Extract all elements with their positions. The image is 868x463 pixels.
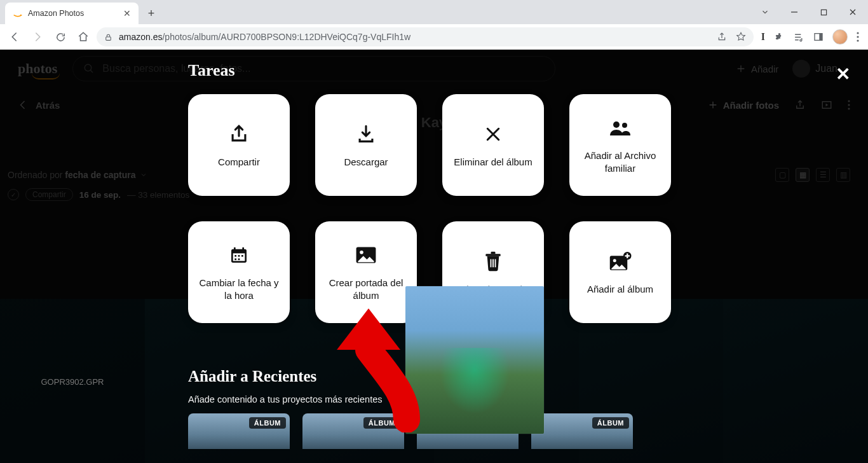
calendar-icon: [229, 242, 249, 268]
svg-rect-16: [234, 255, 236, 257]
tab-bar: Amazon Photos ✕ +: [0, 0, 868, 24]
task-download[interactable]: Descargar: [315, 94, 417, 196]
svg-point-4: [857, 32, 858, 34]
download-icon: [355, 121, 377, 147]
close-icon: [484, 121, 503, 147]
album-badge: ÁLBUM: [249, 417, 286, 429]
new-tab-button[interactable]: +: [142, 4, 160, 22]
album-badge: ÁLBUM: [592, 417, 629, 429]
svg-point-13: [622, 123, 627, 128]
svg-point-26: [613, 259, 616, 262]
recent-album[interactable]: ÁLBUM: [188, 413, 290, 449]
ext-panel-icon[interactable]: [813, 32, 824, 42]
task-remove-from-album[interactable]: Eliminar del álbum: [442, 94, 544, 196]
nav-forward-button[interactable]: [28, 27, 47, 46]
family-icon: [609, 115, 632, 141]
svg-point-22: [360, 251, 363, 254]
profile-avatar[interactable]: [832, 29, 848, 45]
svg-rect-17: [238, 255, 240, 257]
bookmark-icon[interactable]: [736, 32, 746, 42]
svg-rect-18: [241, 255, 243, 257]
recent-album[interactable]: ÁLBUM: [302, 413, 404, 449]
tab-title: Amazon Photos: [28, 9, 84, 18]
share-icon: [228, 121, 250, 147]
task-add-to-album[interactable]: Añadir al álbum: [569, 221, 671, 323]
extensions-area: I: [757, 29, 863, 45]
url-text: amazon.es/photos/album/AURD700BPSON9:L12…: [119, 32, 410, 42]
task-set-album-cover[interactable]: Crear portada del álbum: [315, 221, 417, 323]
modal-close-button[interactable]: ✕: [836, 64, 850, 85]
nav-home-button[interactable]: [74, 27, 93, 46]
svg-rect-24: [491, 252, 496, 254]
share-url-icon[interactable]: [717, 32, 727, 42]
lock-icon: [104, 33, 112, 41]
window-minimize-button[interactable]: [780, 3, 808, 22]
svg-point-12: [613, 121, 620, 128]
window-close-button[interactable]: [839, 3, 867, 22]
ext-text-icon[interactable]: I: [761, 31, 765, 43]
browser-chrome: Amazon Photos ✕ + amazon.es/photos/album…: [0, 0, 868, 50]
svg-rect-3: [819, 34, 822, 41]
ext-puzzle-icon[interactable]: [774, 32, 785, 43]
trash-icon: [484, 249, 502, 274]
image-plus-icon: [609, 249, 632, 274]
svg-rect-23: [485, 254, 500, 256]
nav-back-button[interactable]: [5, 27, 24, 46]
kebab-icon[interactable]: [857, 32, 859, 42]
svg-rect-0: [821, 10, 826, 15]
preview-photo: [405, 286, 544, 434]
image-icon: [355, 242, 377, 268]
svg-rect-19: [234, 258, 236, 260]
browser-toolbar: amazon.es/photos/album/AURD700BPSON9:L12…: [0, 24, 868, 50]
album-badge: ÁLBUM: [363, 417, 400, 429]
svg-point-6: [857, 39, 858, 41]
svg-rect-1: [106, 36, 111, 39]
window-controls: [751, 0, 868, 24]
url-bar[interactable]: amazon.es/photos/album/AURD700BPSON9:L12…: [97, 27, 754, 46]
svg-rect-20: [238, 258, 240, 260]
ext-playlist-icon[interactable]: [794, 32, 804, 43]
tab-overflow-icon[interactable]: [751, 3, 779, 22]
task-add-family-vault[interactable]: Añadir al Archivo familiar: [569, 94, 671, 196]
favicon-icon: [13, 8, 23, 18]
tab-close-icon[interactable]: ✕: [123, 8, 131, 18]
svg-point-5: [857, 36, 858, 38]
nav-reload-button[interactable]: [51, 27, 70, 46]
modal-title: Tareas: [188, 61, 670, 80]
task-share[interactable]: Compartir: [188, 94, 290, 196]
browser-tab[interactable]: Amazon Photos ✕: [5, 3, 139, 24]
recent-album[interactable]: ÁLBUM: [531, 413, 633, 449]
window-maximize-button[interactable]: [810, 3, 837, 22]
task-edit-datetime[interactable]: Cambiar la fecha y la hora: [188, 221, 290, 323]
